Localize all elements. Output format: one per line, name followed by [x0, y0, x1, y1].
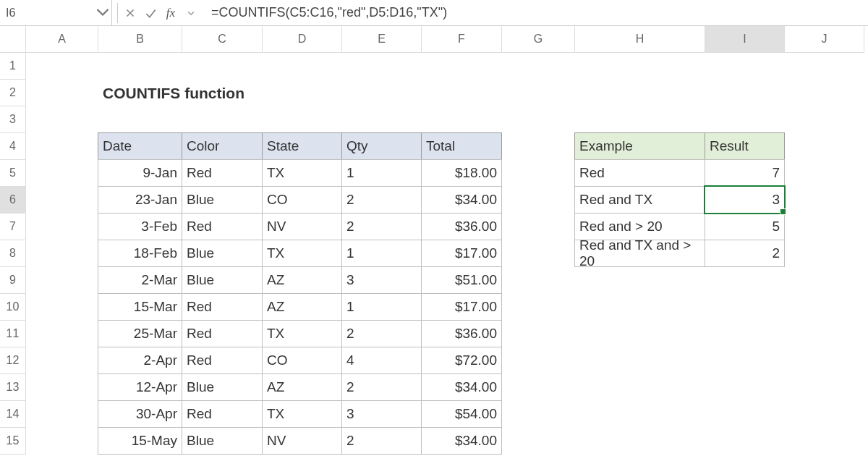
cell-G3[interactable]	[502, 106, 575, 133]
cell-F12[interactable]: $72.00	[421, 347, 502, 374]
page-title[interactable]: COUNTIFS function	[98, 80, 342, 106]
cell-B15[interactable]: 15-May	[98, 427, 182, 455]
cell-C11[interactable]: Red	[182, 320, 263, 347]
cell-F13[interactable]: $34.00	[421, 373, 502, 401]
cell-I8[interactable]: 2	[705, 240, 785, 267]
main-header-date[interactable]: Date	[98, 132, 182, 160]
cell-A13[interactable]	[26, 374, 98, 401]
cell-E10[interactable]: 1	[341, 293, 422, 321]
cell-E8[interactable]: 1	[341, 240, 422, 267]
cell-E11[interactable]: 2	[341, 320, 422, 347]
cell-D10[interactable]: AZ	[262, 293, 342, 321]
cell-G7[interactable]	[502, 214, 575, 240]
cell-H1[interactable]	[575, 53, 705, 80]
col-header-B[interactable]: B	[98, 26, 182, 53]
fx-icon[interactable]: fx	[161, 0, 181, 25]
cell-C3[interactable]	[182, 106, 263, 133]
cell-F2[interactable]	[422, 80, 502, 106]
cell-I6[interactable]: 3	[705, 186, 785, 214]
cell-D1[interactable]	[263, 53, 342, 80]
cell-I12[interactable]	[705, 347, 785, 374]
cell-A15[interactable]	[26, 428, 98, 455]
col-header-D[interactable]: D	[263, 26, 342, 53]
row-header-15[interactable]: 15	[0, 428, 26, 455]
cell-J7[interactable]	[785, 214, 864, 240]
cell-D6[interactable]: CO	[262, 186, 342, 214]
cell-E7[interactable]: 2	[341, 213, 422, 240]
col-header-I[interactable]: I	[705, 26, 785, 53]
cell-H10[interactable]	[575, 294, 705, 321]
main-header-total[interactable]: Total	[421, 132, 502, 160]
cell-F7[interactable]: $36.00	[421, 213, 502, 240]
cell-D8[interactable]: TX	[262, 240, 342, 267]
cell-J14[interactable]	[785, 401, 864, 428]
cell-J3[interactable]	[785, 106, 864, 133]
cell-D11[interactable]: TX	[262, 320, 342, 347]
chevron-down-icon[interactable]	[181, 0, 201, 25]
cell-H15[interactable]	[575, 428, 705, 455]
cell-I7[interactable]: 5	[705, 213, 785, 240]
cell-I9[interactable]	[705, 267, 785, 294]
cell-I15[interactable]	[705, 428, 785, 455]
cell-B6[interactable]: 23-Jan	[98, 186, 182, 214]
cell-A10[interactable]	[26, 294, 98, 321]
cell-E15[interactable]: 2	[341, 427, 422, 455]
cell-C7[interactable]: Red	[182, 213, 263, 240]
chevron-down-icon[interactable]	[94, 3, 111, 22]
cell-G12[interactable]	[502, 347, 575, 374]
col-header-J[interactable]: J	[785, 26, 864, 53]
cell-C6[interactable]: Blue	[182, 186, 263, 214]
row-header-6[interactable]: 6	[0, 187, 26, 214]
row-header-4[interactable]: 4	[0, 133, 26, 160]
accept-icon[interactable]	[140, 0, 161, 25]
cell-A5[interactable]	[26, 160, 98, 187]
cell-C10[interactable]: Red	[182, 293, 263, 321]
cell-B9[interactable]: 2-Mar	[98, 266, 182, 294]
cell-G14[interactable]	[502, 401, 575, 428]
row-header-11[interactable]: 11	[0, 321, 26, 347]
cell-D9[interactable]: AZ	[262, 266, 342, 294]
cell-D3[interactable]	[263, 106, 342, 133]
row-header-9[interactable]: 9	[0, 267, 26, 294]
cell-F9[interactable]: $51.00	[421, 266, 502, 294]
cell-F1[interactable]	[422, 53, 502, 80]
main-header-color[interactable]: Color	[182, 132, 263, 160]
cell-J10[interactable]	[785, 294, 864, 321]
cell-G8[interactable]	[502, 240, 575, 267]
cell-F8[interactable]: $17.00	[421, 240, 502, 267]
cell-B13[interactable]: 12-Apr	[98, 373, 182, 401]
cell-C1[interactable]	[182, 53, 263, 80]
cell-H5[interactable]: Red	[574, 159, 705, 187]
cell-G13[interactable]	[502, 374, 575, 401]
cell-F5[interactable]: $18.00	[421, 159, 502, 187]
row-header-8[interactable]: 8	[0, 240, 26, 267]
cell-J1[interactable]	[785, 53, 864, 80]
cell-C15[interactable]: Blue	[182, 427, 263, 455]
cell-J5[interactable]	[785, 160, 864, 187]
cell-H7[interactable]: Red and > 20	[574, 213, 705, 240]
cell-A7[interactable]	[26, 214, 98, 240]
cell-G4[interactable]	[502, 133, 575, 160]
cell-B14[interactable]: 30-Apr	[98, 400, 182, 428]
cell-G15[interactable]	[502, 428, 575, 455]
col-header-F[interactable]: F	[422, 26, 502, 53]
cell-I1[interactable]	[705, 53, 785, 80]
cell-B8[interactable]: 18-Feb	[98, 240, 182, 267]
cell-F3[interactable]	[422, 106, 502, 133]
main-header-state[interactable]: State	[262, 132, 342, 160]
cell-F10[interactable]: $17.00	[421, 293, 502, 321]
cell-J2[interactable]	[785, 80, 864, 106]
name-box[interactable]: I6	[0, 0, 112, 25]
row-header-13[interactable]: 13	[0, 374, 26, 401]
cell-I13[interactable]	[705, 374, 785, 401]
cell-I11[interactable]	[705, 321, 785, 347]
cell-D13[interactable]: AZ	[262, 373, 342, 401]
cell-G9[interactable]	[502, 267, 575, 294]
cell-J4[interactable]	[785, 133, 864, 160]
cell-B5[interactable]: 9-Jan	[98, 159, 182, 187]
cell-A6[interactable]	[26, 187, 98, 214]
cell-E6[interactable]: 2	[341, 186, 422, 214]
cell-E14[interactable]: 3	[341, 400, 422, 428]
cell-H9[interactable]	[575, 267, 705, 294]
cell-J15[interactable]	[785, 428, 864, 455]
